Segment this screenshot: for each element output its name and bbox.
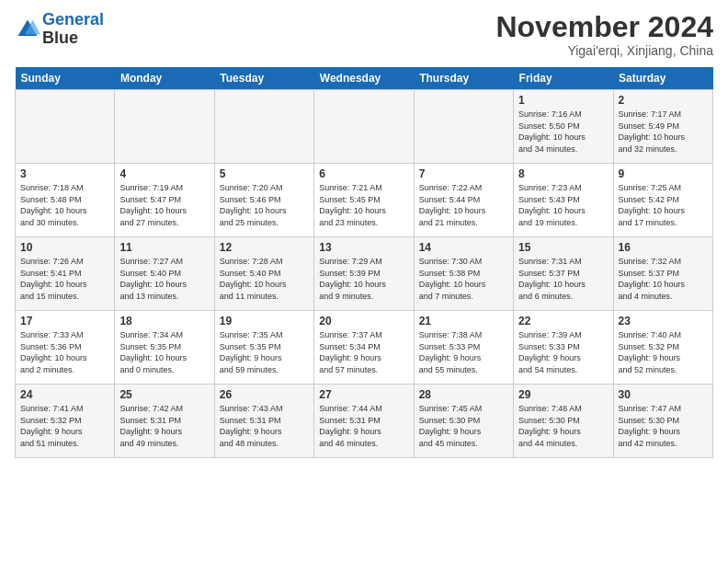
- day-number: 15: [518, 241, 608, 254]
- day-number: 9: [619, 167, 708, 180]
- day-info: Sunrise: 7:19 AM Sunset: 5:47 PM Dayligh…: [119, 182, 209, 228]
- day-number: 22: [518, 315, 608, 327]
- weekday-header-friday: Friday: [514, 67, 613, 90]
- day-number: 24: [20, 388, 109, 401]
- day-info: Sunrise: 7:32 AM Sunset: 5:37 PM Dayligh…: [619, 256, 708, 302]
- weekday-header-sunday: Sunday: [16, 67, 115, 90]
- day-info: Sunrise: 7:26 AM Sunset: 5:41 PM Dayligh…: [20, 256, 109, 302]
- calendar-cell: 1Sunrise: 7:16 AM Sunset: 5:50 PM Daylig…: [514, 90, 613, 164]
- day-info: Sunrise: 7:21 AM Sunset: 5:45 PM Dayligh…: [319, 182, 408, 228]
- day-number: 5: [220, 167, 309, 180]
- calendar-cell: 3Sunrise: 7:18 AM Sunset: 5:48 PM Daylig…: [16, 164, 115, 237]
- day-number: 21: [419, 315, 508, 327]
- calendar-cell: [314, 90, 414, 164]
- calendar-cell: 19Sunrise: 7:35 AM Sunset: 5:35 PM Dayli…: [214, 311, 313, 385]
- day-number: 6: [319, 167, 408, 180]
- day-info: Sunrise: 7:16 AM Sunset: 5:50 PM Dayligh…: [518, 109, 608, 155]
- calendar-cell: 8Sunrise: 7:23 AM Sunset: 5:43 PM Daylig…: [514, 164, 613, 237]
- day-number: 1: [518, 94, 608, 107]
- day-number: 29: [518, 388, 608, 401]
- day-info: Sunrise: 7:28 AM Sunset: 5:40 PM Dayligh…: [220, 256, 309, 302]
- day-number: 11: [119, 241, 209, 254]
- day-number: 20: [319, 315, 408, 327]
- logo: General Blue: [15, 11, 104, 48]
- day-number: 19: [220, 315, 309, 327]
- calendar-cell: 20Sunrise: 7:37 AM Sunset: 5:34 PM Dayli…: [314, 311, 414, 385]
- calendar-cell: 18Sunrise: 7:34 AM Sunset: 5:35 PM Dayli…: [115, 311, 214, 385]
- day-info: Sunrise: 7:42 AM Sunset: 5:31 PM Dayligh…: [119, 403, 209, 449]
- weekday-header-tuesday: Tuesday: [214, 67, 313, 90]
- calendar-cell: [16, 90, 115, 164]
- day-info: Sunrise: 7:27 AM Sunset: 5:40 PM Dayligh…: [119, 256, 209, 302]
- day-info: Sunrise: 7:44 AM Sunset: 5:31 PM Dayligh…: [319, 403, 408, 449]
- calendar-table: SundayMondayTuesdayWednesdayThursdayFrid…: [15, 67, 713, 458]
- calendar-cell: 7Sunrise: 7:22 AM Sunset: 5:44 PM Daylig…: [414, 164, 513, 237]
- calendar-cell: 10Sunrise: 7:26 AM Sunset: 5:41 PM Dayli…: [16, 237, 115, 311]
- calendar-cell: 4Sunrise: 7:19 AM Sunset: 5:47 PM Daylig…: [115, 164, 214, 237]
- day-number: 17: [20, 315, 109, 327]
- weekday-header-monday: Monday: [115, 67, 214, 90]
- calendar-cell: 30Sunrise: 7:47 AM Sunset: 5:30 PM Dayli…: [613, 385, 712, 458]
- calendar-cell: [414, 90, 513, 164]
- day-info: Sunrise: 7:43 AM Sunset: 5:31 PM Dayligh…: [220, 403, 309, 449]
- day-info: Sunrise: 7:37 AM Sunset: 5:34 PM Dayligh…: [319, 329, 408, 375]
- day-info: Sunrise: 7:47 AM Sunset: 5:30 PM Dayligh…: [619, 403, 708, 449]
- calendar-cell: 5Sunrise: 7:20 AM Sunset: 5:46 PM Daylig…: [214, 164, 313, 237]
- calendar-cell: 27Sunrise: 7:44 AM Sunset: 5:31 PM Dayli…: [314, 385, 414, 458]
- page-header: General Blue November 2024 Yigai'erqi, X…: [15, 11, 713, 58]
- calendar-week-5: 24Sunrise: 7:41 AM Sunset: 5:32 PM Dayli…: [16, 385, 713, 458]
- day-number: 2: [619, 94, 708, 107]
- month-title: November 2024: [495, 11, 713, 43]
- calendar-body: 1Sunrise: 7:16 AM Sunset: 5:50 PM Daylig…: [16, 90, 713, 458]
- calendar-cell: 16Sunrise: 7:32 AM Sunset: 5:37 PM Dayli…: [613, 237, 712, 311]
- day-info: Sunrise: 7:25 AM Sunset: 5:42 PM Dayligh…: [619, 182, 708, 228]
- day-info: Sunrise: 7:23 AM Sunset: 5:43 PM Dayligh…: [518, 182, 608, 228]
- day-number: 18: [119, 315, 209, 327]
- day-number: 30: [619, 388, 708, 401]
- day-info: Sunrise: 7:38 AM Sunset: 5:33 PM Dayligh…: [419, 329, 508, 375]
- calendar-cell: 6Sunrise: 7:21 AM Sunset: 5:45 PM Daylig…: [314, 164, 414, 237]
- weekday-header-row: SundayMondayTuesdayWednesdayThursdayFrid…: [16, 67, 713, 90]
- logo-icon: [15, 17, 40, 42]
- day-number: 3: [20, 167, 109, 180]
- calendar-week-2: 3Sunrise: 7:18 AM Sunset: 5:48 PM Daylig…: [16, 164, 713, 237]
- day-info: Sunrise: 7:30 AM Sunset: 5:38 PM Dayligh…: [419, 256, 508, 302]
- calendar-cell: 17Sunrise: 7:33 AM Sunset: 5:36 PM Dayli…: [16, 311, 115, 385]
- day-number: 26: [220, 388, 309, 401]
- calendar-cell: 29Sunrise: 7:46 AM Sunset: 5:30 PM Dayli…: [514, 385, 613, 458]
- day-number: 4: [119, 167, 209, 180]
- page-container: General Blue November 2024 Yigai'erqi, X…: [0, 0, 728, 465]
- title-section: November 2024 Yigai'erqi, Xinjiang, Chin…: [495, 11, 713, 58]
- calendar-week-4: 17Sunrise: 7:33 AM Sunset: 5:36 PM Dayli…: [16, 311, 713, 385]
- weekday-header-wednesday: Wednesday: [314, 67, 414, 90]
- day-info: Sunrise: 7:46 AM Sunset: 5:30 PM Dayligh…: [518, 403, 608, 449]
- day-info: Sunrise: 7:45 AM Sunset: 5:30 PM Dayligh…: [419, 403, 508, 449]
- day-info: Sunrise: 7:18 AM Sunset: 5:48 PM Dayligh…: [20, 182, 109, 228]
- day-info: Sunrise: 7:17 AM Sunset: 5:49 PM Dayligh…: [619, 109, 708, 155]
- calendar-cell: [115, 90, 214, 164]
- day-info: Sunrise: 7:35 AM Sunset: 5:35 PM Dayligh…: [220, 329, 309, 375]
- day-number: 10: [20, 241, 109, 254]
- calendar-cell: 24Sunrise: 7:41 AM Sunset: 5:32 PM Dayli…: [16, 385, 115, 458]
- calendar-cell: 11Sunrise: 7:27 AM Sunset: 5:40 PM Dayli…: [115, 237, 214, 311]
- day-number: 12: [220, 241, 309, 254]
- location-subtitle: Yigai'erqi, Xinjiang, China: [495, 43, 713, 58]
- day-number: 16: [619, 241, 708, 254]
- day-info: Sunrise: 7:39 AM Sunset: 5:33 PM Dayligh…: [518, 329, 608, 375]
- day-info: Sunrise: 7:22 AM Sunset: 5:44 PM Dayligh…: [419, 182, 508, 228]
- calendar-cell: 28Sunrise: 7:45 AM Sunset: 5:30 PM Dayli…: [414, 385, 513, 458]
- calendar-cell: [214, 90, 313, 164]
- weekday-header-saturday: Saturday: [613, 67, 712, 90]
- day-number: 25: [119, 388, 209, 401]
- day-info: Sunrise: 7:33 AM Sunset: 5:36 PM Dayligh…: [20, 329, 109, 375]
- logo-text: General Blue: [42, 11, 104, 48]
- calendar-week-1: 1Sunrise: 7:16 AM Sunset: 5:50 PM Daylig…: [16, 90, 713, 164]
- day-info: Sunrise: 7:29 AM Sunset: 5:39 PM Dayligh…: [319, 256, 408, 302]
- day-number: 7: [419, 167, 508, 180]
- day-number: 27: [319, 388, 408, 401]
- calendar-cell: 22Sunrise: 7:39 AM Sunset: 5:33 PM Dayli…: [514, 311, 613, 385]
- day-number: 8: [518, 167, 608, 180]
- weekday-header-thursday: Thursday: [414, 67, 513, 90]
- day-info: Sunrise: 7:31 AM Sunset: 5:37 PM Dayligh…: [518, 256, 608, 302]
- calendar-week-3: 10Sunrise: 7:26 AM Sunset: 5:41 PM Dayli…: [16, 237, 713, 311]
